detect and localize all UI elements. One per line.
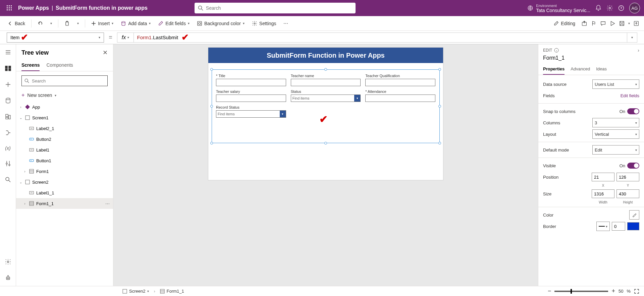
tree-search-input[interactable] (32, 78, 105, 83)
color-picker[interactable] (629, 210, 639, 220)
snap-toggle[interactable] (627, 108, 639, 114)
tab-screens[interactable]: Screens (21, 60, 40, 71)
edit-fields-link[interactable]: Edit fields (621, 93, 639, 98)
search-rail-icon[interactable] (5, 176, 11, 183)
tree-item-label2-1[interactable]: Label2_1 (16, 123, 113, 134)
teacher-qual-input[interactable] (365, 79, 435, 86)
layout-select[interactable]: Vertical▾ (592, 129, 639, 139)
hamburger-icon[interactable] (5, 49, 11, 56)
data-rail-icon[interactable] (5, 97, 11, 104)
pos-x-input[interactable] (592, 173, 614, 181)
play-icon[interactable] (609, 20, 615, 26)
save-dropdown[interactable]: ▾ (628, 21, 630, 25)
canvas-screen[interactable]: SubmitForm Function in Power Apps Title … (208, 48, 443, 180)
columns-select[interactable]: 3▾ (592, 118, 639, 127)
add-data-button[interactable]: Add data ▾ (118, 18, 153, 29)
resize-handle[interactable] (438, 68, 441, 71)
comments-icon[interactable] (600, 20, 606, 26)
global-search[interactable] (195, 3, 356, 13)
tree-item-screen2[interactable]: ⌄ Screen2 (16, 177, 113, 187)
new-screen-button[interactable]: + New screen ▾ (16, 90, 113, 100)
tree-item-screen1[interactable]: ⌄ Screen1 (16, 112, 113, 123)
editing-mode[interactable]: Editing (551, 18, 578, 29)
canvas-form[interactable]: Title Teacher name Teacher Qualification… (212, 69, 440, 143)
zoom-slider[interactable] (554, 291, 608, 292)
search-input[interactable] (206, 5, 352, 11)
collapse-icon[interactable]: › (638, 48, 639, 53)
environment-picker[interactable]: Environment Tata Consultancy Servic... (527, 3, 590, 13)
undo-dropdown[interactable]: ▾ (48, 18, 55, 29)
tree-item-form1[interactable]: › Form1 (16, 166, 113, 177)
resize-handle[interactable] (438, 142, 441, 144)
tree-item-label1-1[interactable]: Label1_1 (16, 187, 113, 198)
paste-dropdown[interactable]: ▾ (74, 18, 82, 29)
tab-advanced[interactable]: Advanced (571, 64, 590, 75)
close-icon[interactable]: ✕ (103, 49, 108, 56)
publish-icon[interactable] (633, 20, 639, 26)
settings-button[interactable]: Settings (249, 18, 279, 29)
breadcrumb-screen2[interactable]: Screen2 ▾ (122, 289, 149, 294)
resize-handle[interactable] (210, 68, 213, 71)
edit-fields-button[interactable]: Edit fields ▾ (155, 18, 192, 29)
settings-gear-icon[interactable] (606, 5, 613, 11)
tab-properties[interactable]: Properties (543, 64, 565, 75)
virtual-agent-icon[interactable] (5, 275, 11, 281)
field-record-status[interactable]: Record Status Find items ▾ (216, 105, 286, 118)
insert-button[interactable]: Insert ▾ (89, 18, 116, 29)
tree-item-button1[interactable]: Button1 (16, 155, 113, 166)
title-input[interactable] (216, 79, 286, 86)
paste-button[interactable] (62, 18, 72, 29)
field-title[interactable]: Title (216, 74, 286, 86)
breadcrumb-form1-1[interactable]: Form1_1 (160, 289, 184, 294)
field-teacher-name[interactable]: Teacher name (291, 74, 361, 86)
resize-handle[interactable] (210, 105, 213, 108)
save-icon[interactable] (619, 20, 625, 26)
data-source-select[interactable]: Users List▾ (592, 79, 639, 89)
status-combo[interactable]: Find items ▾ (291, 95, 361, 102)
field-status[interactable]: Status Find items ▾ (291, 90, 361, 102)
field-teacher-qual[interactable]: Teacher Qualification (365, 74, 435, 86)
zoom-in[interactable]: + (611, 288, 615, 295)
pos-y-input[interactable] (616, 173, 639, 181)
share-icon[interactable] (581, 20, 587, 26)
border-style-select[interactable]: ▾ (596, 222, 610, 231)
default-mode-select[interactable]: Edit▾ (592, 145, 639, 155)
resize-handle[interactable] (324, 68, 327, 71)
help-icon[interactable] (618, 5, 625, 11)
zoom-out[interactable]: − (548, 288, 551, 295)
variables-rail-icon[interactable]: (x) (5, 145, 10, 151)
resize-handle[interactable] (324, 142, 327, 144)
teacher-salary-input[interactable] (216, 95, 286, 102)
attendance-input[interactable] (365, 95, 435, 102)
property-selector[interactable]: Item ✔ ▾ (7, 33, 104, 43)
tree-item-button2[interactable]: Button2 (16, 134, 113, 144)
teacher-name-input[interactable] (291, 79, 361, 86)
tree-item-label1[interactable]: Label1 (16, 144, 113, 155)
chevron-down-icon[interactable]: ▾ (280, 111, 286, 117)
fx-button[interactable]: fx▾ (117, 33, 134, 43)
bg-color-button[interactable]: Background color ▾ (194, 18, 247, 29)
resize-handle[interactable] (210, 142, 213, 144)
formula-expand[interactable]: ▾ (627, 33, 637, 43)
tree-item-more[interactable]: ⋯ (105, 201, 110, 206)
tree-search[interactable] (21, 75, 108, 86)
insert-rail-icon[interactable] (5, 81, 11, 88)
resize-handle[interactable] (438, 105, 441, 108)
field-attendance[interactable]: Attendance (365, 90, 435, 102)
tree-item-app[interactable]: › App (16, 102, 113, 112)
more-button[interactable]: ⋯ (281, 18, 291, 29)
fit-icon[interactable] (634, 289, 639, 294)
height-input[interactable] (616, 189, 639, 198)
tree-view-icon[interactable] (5, 65, 11, 72)
back-button[interactable]: Back (5, 18, 28, 29)
record-status-combo[interactable]: Find items ▾ (216, 110, 286, 118)
flows-rail-icon[interactable] (5, 129, 11, 136)
notifications-icon[interactable] (595, 5, 602, 11)
tree-item-form1-1[interactable]: › Form1_1 ⋯ (16, 198, 113, 209)
tab-ideas[interactable]: Ideas (596, 64, 607, 75)
border-color-swatch[interactable] (627, 222, 639, 230)
app-launcher-icon[interactable] (4, 3, 15, 13)
user-avatar[interactable]: AG (629, 3, 640, 13)
chevron-down-icon[interactable]: ▾ (354, 95, 360, 102)
checker-icon[interactable] (591, 20, 597, 26)
